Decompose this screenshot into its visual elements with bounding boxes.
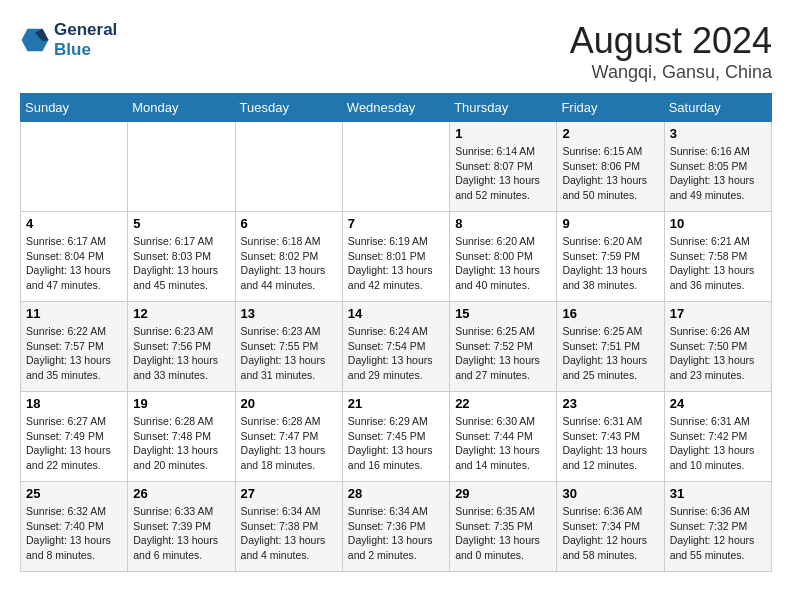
calendar-cell: 15Sunrise: 6:25 AM Sunset: 7:52 PM Dayli… [450,302,557,392]
day-info: Sunrise: 6:23 AM Sunset: 7:55 PM Dayligh… [241,324,337,383]
day-number: 3 [670,126,766,141]
day-number: 15 [455,306,551,321]
col-saturday: Saturday [664,94,771,122]
calendar-cell: 17Sunrise: 6:26 AM Sunset: 7:50 PM Dayli… [664,302,771,392]
day-info: Sunrise: 6:24 AM Sunset: 7:54 PM Dayligh… [348,324,444,383]
day-number: 22 [455,396,551,411]
day-number: 10 [670,216,766,231]
calendar-cell: 26Sunrise: 6:33 AM Sunset: 7:39 PM Dayli… [128,482,235,572]
day-number: 17 [670,306,766,321]
day-info: Sunrise: 6:23 AM Sunset: 7:56 PM Dayligh… [133,324,229,383]
day-info: Sunrise: 6:17 AM Sunset: 8:03 PM Dayligh… [133,234,229,293]
day-info: Sunrise: 6:26 AM Sunset: 7:50 PM Dayligh… [670,324,766,383]
calendar-cell: 28Sunrise: 6:34 AM Sunset: 7:36 PM Dayli… [342,482,449,572]
calendar-title: August 2024 [570,20,772,62]
logo-icon [20,25,50,55]
day-number: 8 [455,216,551,231]
day-number: 29 [455,486,551,501]
day-info: Sunrise: 6:17 AM Sunset: 8:04 PM Dayligh… [26,234,122,293]
day-info: Sunrise: 6:28 AM Sunset: 7:47 PM Dayligh… [241,414,337,473]
day-info: Sunrise: 6:31 AM Sunset: 7:43 PM Dayligh… [562,414,658,473]
calendar-cell: 19Sunrise: 6:28 AM Sunset: 7:48 PM Dayli… [128,392,235,482]
calendar-cell: 3Sunrise: 6:16 AM Sunset: 8:05 PM Daylig… [664,122,771,212]
day-info: Sunrise: 6:25 AM Sunset: 7:52 PM Dayligh… [455,324,551,383]
calendar-cell: 25Sunrise: 6:32 AM Sunset: 7:40 PM Dayli… [21,482,128,572]
day-number: 30 [562,486,658,501]
day-info: Sunrise: 6:25 AM Sunset: 7:51 PM Dayligh… [562,324,658,383]
calendar-cell: 20Sunrise: 6:28 AM Sunset: 7:47 PM Dayli… [235,392,342,482]
calendar-cell: 18Sunrise: 6:27 AM Sunset: 7:49 PM Dayli… [21,392,128,482]
day-info: Sunrise: 6:34 AM Sunset: 7:36 PM Dayligh… [348,504,444,563]
calendar-cell: 27Sunrise: 6:34 AM Sunset: 7:38 PM Dayli… [235,482,342,572]
day-number: 18 [26,396,122,411]
day-number: 23 [562,396,658,411]
day-number: 27 [241,486,337,501]
calendar-cell: 29Sunrise: 6:35 AM Sunset: 7:35 PM Dayli… [450,482,557,572]
day-info: Sunrise: 6:33 AM Sunset: 7:39 PM Dayligh… [133,504,229,563]
calendar-cell: 30Sunrise: 6:36 AM Sunset: 7:34 PM Dayli… [557,482,664,572]
day-number: 24 [670,396,766,411]
logo: General Blue [20,20,117,60]
day-info: Sunrise: 6:16 AM Sunset: 8:05 PM Dayligh… [670,144,766,203]
day-info: Sunrise: 6:28 AM Sunset: 7:48 PM Dayligh… [133,414,229,473]
day-number: 6 [241,216,337,231]
calendar-cell: 5Sunrise: 6:17 AM Sunset: 8:03 PM Daylig… [128,212,235,302]
day-info: Sunrise: 6:29 AM Sunset: 7:45 PM Dayligh… [348,414,444,473]
col-tuesday: Tuesday [235,94,342,122]
day-info: Sunrise: 6:31 AM Sunset: 7:42 PM Dayligh… [670,414,766,473]
day-number: 16 [562,306,658,321]
day-number: 19 [133,396,229,411]
calendar-cell: 24Sunrise: 6:31 AM Sunset: 7:42 PM Dayli… [664,392,771,482]
calendar-cell: 16Sunrise: 6:25 AM Sunset: 7:51 PM Dayli… [557,302,664,392]
calendar-cell: 8Sunrise: 6:20 AM Sunset: 8:00 PM Daylig… [450,212,557,302]
day-info: Sunrise: 6:19 AM Sunset: 8:01 PM Dayligh… [348,234,444,293]
day-info: Sunrise: 6:18 AM Sunset: 8:02 PM Dayligh… [241,234,337,293]
calendar-cell: 31Sunrise: 6:36 AM Sunset: 7:32 PM Dayli… [664,482,771,572]
day-number: 5 [133,216,229,231]
calendar-week-row: 18Sunrise: 6:27 AM Sunset: 7:49 PM Dayli… [21,392,772,482]
day-number: 13 [241,306,337,321]
day-info: Sunrise: 6:35 AM Sunset: 7:35 PM Dayligh… [455,504,551,563]
day-info: Sunrise: 6:14 AM Sunset: 8:07 PM Dayligh… [455,144,551,203]
day-number: 9 [562,216,658,231]
calendar-cell: 13Sunrise: 6:23 AM Sunset: 7:55 PM Dayli… [235,302,342,392]
calendar-cell: 9Sunrise: 6:20 AM Sunset: 7:59 PM Daylig… [557,212,664,302]
calendar-cell [21,122,128,212]
day-info: Sunrise: 6:21 AM Sunset: 7:58 PM Dayligh… [670,234,766,293]
day-number: 25 [26,486,122,501]
day-number: 20 [241,396,337,411]
calendar-cell: 11Sunrise: 6:22 AM Sunset: 7:57 PM Dayli… [21,302,128,392]
calendar-table: Sunday Monday Tuesday Wednesday Thursday… [20,93,772,572]
day-info: Sunrise: 6:36 AM Sunset: 7:32 PM Dayligh… [670,504,766,563]
col-friday: Friday [557,94,664,122]
calendar-cell: 12Sunrise: 6:23 AM Sunset: 7:56 PM Dayli… [128,302,235,392]
day-number: 14 [348,306,444,321]
calendar-cell: 6Sunrise: 6:18 AM Sunset: 8:02 PM Daylig… [235,212,342,302]
day-number: 4 [26,216,122,231]
day-info: Sunrise: 6:34 AM Sunset: 7:38 PM Dayligh… [241,504,337,563]
calendar-cell: 1Sunrise: 6:14 AM Sunset: 8:07 PM Daylig… [450,122,557,212]
calendar-week-row: 11Sunrise: 6:22 AM Sunset: 7:57 PM Dayli… [21,302,772,392]
title-section: August 2024 Wangqi, Gansu, China [570,20,772,83]
day-info: Sunrise: 6:30 AM Sunset: 7:44 PM Dayligh… [455,414,551,473]
page-header: General Blue August 2024 Wangqi, Gansu, … [20,20,772,83]
col-wednesday: Wednesday [342,94,449,122]
calendar-header-row: Sunday Monday Tuesday Wednesday Thursday… [21,94,772,122]
calendar-subtitle: Wangqi, Gansu, China [570,62,772,83]
calendar-cell: 2Sunrise: 6:15 AM Sunset: 8:06 PM Daylig… [557,122,664,212]
day-number: 26 [133,486,229,501]
calendar-cell [235,122,342,212]
day-info: Sunrise: 6:20 AM Sunset: 8:00 PM Dayligh… [455,234,551,293]
day-info: Sunrise: 6:36 AM Sunset: 7:34 PM Dayligh… [562,504,658,563]
logo-text: General Blue [54,20,117,60]
col-sunday: Sunday [21,94,128,122]
day-info: Sunrise: 6:20 AM Sunset: 7:59 PM Dayligh… [562,234,658,293]
calendar-cell: 10Sunrise: 6:21 AM Sunset: 7:58 PM Dayli… [664,212,771,302]
col-monday: Monday [128,94,235,122]
day-number: 21 [348,396,444,411]
day-number: 2 [562,126,658,141]
calendar-cell: 21Sunrise: 6:29 AM Sunset: 7:45 PM Dayli… [342,392,449,482]
calendar-week-row: 1Sunrise: 6:14 AM Sunset: 8:07 PM Daylig… [21,122,772,212]
calendar-cell [342,122,449,212]
day-number: 11 [26,306,122,321]
